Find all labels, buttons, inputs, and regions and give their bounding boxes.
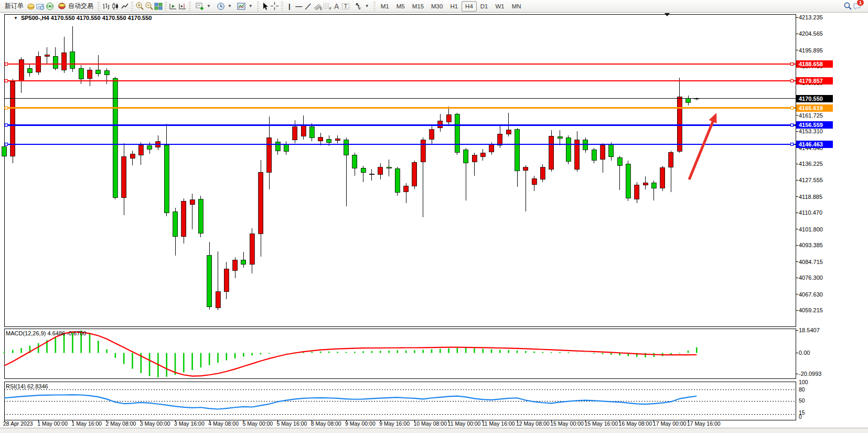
svg-text:3 May 00:00: 3 May 00:00 bbox=[140, 420, 170, 427]
tab-timeframe-h1[interactable]: H1 bbox=[446, 1, 462, 12]
svg-text:4213.235: 4213.235 bbox=[799, 14, 823, 20]
chart-canvas[interactable]: 4213.2354204.5654195.8954187.4804178.810… bbox=[0, 0, 868, 433]
svg-text:5 May 00:00: 5 May 00:00 bbox=[242, 420, 273, 427]
crosshair-icon[interactable] bbox=[270, 2, 280, 10]
search-icon[interactable] bbox=[843, 2, 852, 10]
svg-text:-20.0993: -20.0993 bbox=[799, 371, 821, 377]
new-chart-icon bbox=[195, 2, 205, 10]
svg-text:11 May 00:00: 11 May 00:00 bbox=[448, 420, 481, 427]
new-order-icon[interactable] bbox=[26, 2, 36, 10]
tab-timeframe-m5[interactable]: M5 bbox=[393, 1, 409, 12]
cursor-icon[interactable] bbox=[261, 2, 270, 10]
svg-text:4059.215: 4059.215 bbox=[799, 307, 823, 313]
chart-title[interactable]: ▼ SP500-,H4 4170.550 4170.550 4170.550 4… bbox=[14, 15, 152, 21]
line-chart-icon[interactable] bbox=[120, 2, 130, 10]
zoom-out-icon[interactable] bbox=[144, 2, 154, 10]
svg-text:4 May 08:00: 4 May 08:00 bbox=[208, 420, 239, 427]
svg-text:3 May 16:00: 3 May 16:00 bbox=[174, 420, 205, 427]
autotrade-button[interactable]: 自动交易 bbox=[55, 1, 96, 12]
tab-timeframe-d1[interactable]: D1 bbox=[477, 1, 492, 12]
rsi-indicator-label: RSI(14) 62.8346 bbox=[6, 383, 48, 389]
svg-text:28 Apr 2023: 28 Apr 2023 bbox=[3, 420, 33, 427]
svg-text:4136.225: 4136.225 bbox=[799, 161, 823, 167]
svg-text:4156.559: 4156.559 bbox=[799, 122, 823, 128]
new-chart-button[interactable]: ▼ bbox=[192, 1, 213, 12]
chevron-down-icon: ▼ bbox=[14, 16, 18, 20]
svg-text:8 May 08:00: 8 May 08:00 bbox=[311, 420, 341, 427]
svg-text:100: 100 bbox=[799, 379, 808, 385]
svg-text:4195.895: 4195.895 bbox=[799, 47, 823, 54]
vertical-line-icon[interactable]: | bbox=[285, 2, 294, 10]
svg-text:4161.725: 4161.725 bbox=[799, 112, 823, 119]
svg-text:4179.857: 4179.857 bbox=[799, 78, 823, 84]
signal-icon[interactable] bbox=[45, 2, 55, 10]
svg-text:4127.555: 4127.555 bbox=[799, 177, 823, 183]
svg-text:15 May 16:00: 15 May 16:00 bbox=[584, 420, 618, 427]
trendline-icon[interactable]: ／ bbox=[304, 2, 313, 10]
horizontal-line-icon[interactable]: — bbox=[294, 2, 304, 10]
svg-text:12 May 08:00: 12 May 08:00 bbox=[516, 420, 550, 427]
svg-text:4204.565: 4204.565 bbox=[799, 30, 823, 37]
tile-windows-icon[interactable] bbox=[154, 2, 163, 10]
tab-timeframe-w1[interactable]: W1 bbox=[492, 1, 508, 12]
text-icon[interactable]: A bbox=[332, 2, 341, 10]
chart-title-text: SP500-,H4 4170.550 4170.550 4170.550 417… bbox=[21, 15, 152, 21]
svg-text:F: F bbox=[329, 7, 331, 10]
fibo-channel-icon[interactable]: E bbox=[313, 2, 323, 10]
period-icon bbox=[216, 2, 226, 10]
svg-text:1 May 00:00: 1 May 00:00 bbox=[37, 420, 68, 427]
svg-text:2 May 08:00: 2 May 08:00 bbox=[106, 420, 136, 427]
new-order-button[interactable]: 新订单 bbox=[2, 1, 26, 12]
svg-text:5 May 16:00: 5 May 16:00 bbox=[277, 420, 307, 427]
svg-text:0: 0 bbox=[799, 414, 802, 420]
svg-text:4110.470: 4110.470 bbox=[799, 209, 822, 216]
statusbar bbox=[0, 428, 868, 433]
svg-text:4076.300: 4076.300 bbox=[799, 274, 823, 281]
chart-autoscroll-icon[interactable] bbox=[178, 2, 187, 10]
arrows-icon bbox=[353, 2, 363, 10]
tab-timeframe-m30[interactable]: M30 bbox=[427, 1, 446, 12]
svg-text:4165.619: 4165.619 bbox=[799, 105, 823, 111]
template-icon bbox=[237, 2, 247, 10]
main-toolbar: 新订单 自动交易 ▼ bbox=[0, 0, 868, 13]
svg-text:4084.715: 4084.715 bbox=[799, 259, 823, 265]
svg-text:9 May 00:00: 9 May 00:00 bbox=[345, 420, 376, 427]
tab-timeframe-m1[interactable]: M1 bbox=[377, 1, 393, 12]
notification-badge: 1 bbox=[857, 0, 864, 6]
svg-text:9 May 16:00: 9 May 16:00 bbox=[379, 420, 410, 427]
candlestick-icon[interactable] bbox=[111, 2, 120, 10]
svg-text:4146.463: 4146.463 bbox=[799, 141, 823, 147]
period-button[interactable]: ▼ bbox=[213, 1, 234, 12]
tab-timeframe-m15[interactable]: M15 bbox=[409, 1, 427, 12]
svg-text:18.5407: 18.5407 bbox=[799, 327, 820, 333]
chat-icon[interactable]: 1 bbox=[852, 2, 862, 10]
macd-indicator-label: MACD(12,26,9) 4.6486 -0.6700 bbox=[6, 330, 86, 336]
svg-text:4188.658: 4188.658 bbox=[799, 61, 823, 67]
tab-timeframe-h4[interactable]: H4 bbox=[462, 1, 477, 12]
accounts-icon[interactable] bbox=[36, 2, 45, 10]
svg-text:15 May 00:00: 15 May 00:00 bbox=[550, 420, 584, 427]
svg-text:16 May 08:00: 16 May 08:00 bbox=[619, 420, 652, 427]
autotrade-icon bbox=[57, 2, 67, 10]
label-icon[interactable]: T bbox=[341, 2, 351, 10]
template-button[interactable]: ▼ bbox=[234, 1, 255, 12]
svg-text:1 May 16:00: 1 May 16:00 bbox=[71, 420, 102, 427]
svg-text:50: 50 bbox=[799, 397, 805, 404]
svg-text:17 May 16:00: 17 May 16:00 bbox=[687, 420, 721, 427]
svg-text:4118.885: 4118.885 bbox=[799, 194, 822, 200]
svg-text:4093.385: 4093.385 bbox=[799, 242, 823, 248]
tab-timeframe-mn[interactable]: MN bbox=[508, 1, 525, 12]
zoom-in-icon[interactable] bbox=[135, 2, 144, 10]
svg-text:0.00: 0.00 bbox=[799, 350, 810, 356]
svg-text:4101.800: 4101.800 bbox=[799, 226, 823, 233]
svg-text:17 May 00:00: 17 May 00:00 bbox=[653, 420, 687, 427]
svg-text:4067.630: 4067.630 bbox=[799, 291, 823, 298]
chart-shift-icon[interactable] bbox=[168, 2, 178, 10]
arrows-button[interactable]: ▼ bbox=[351, 1, 372, 12]
svg-text:4153.310: 4153.310 bbox=[799, 128, 823, 134]
svg-text:4170.550: 4170.550 bbox=[799, 96, 823, 102]
svg-text:11 May 16:00: 11 May 16:00 bbox=[482, 420, 515, 427]
bar-chart-icon[interactable] bbox=[101, 2, 111, 10]
svg-text:T: T bbox=[344, 4, 347, 9]
fibo-icon[interactable]: F bbox=[323, 2, 332, 10]
